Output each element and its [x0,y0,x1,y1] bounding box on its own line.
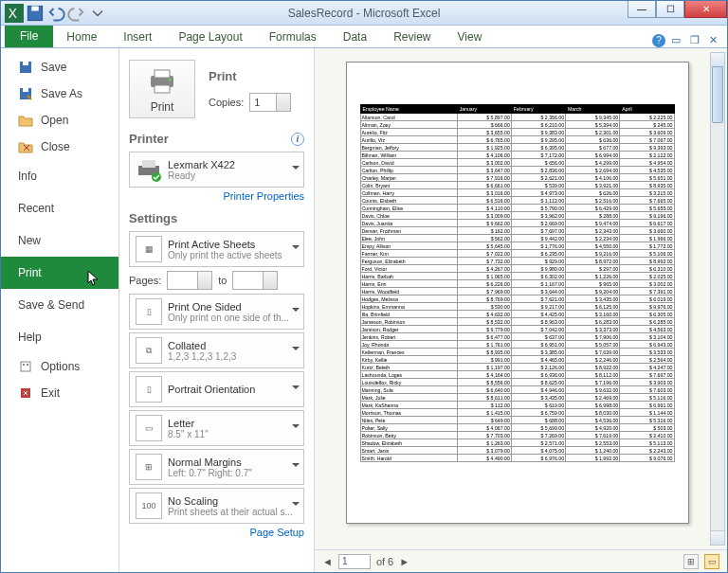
tab-home[interactable]: Home [53,27,110,47]
nav-save[interactable]: Save [1,54,118,81]
print-heading: Print [209,69,304,83]
svg-rect-14 [155,85,170,93]
nav-save-as[interactable]: Save As [1,81,118,107]
printer-icon [147,68,177,95]
svg-text:X: X [9,7,17,21]
tab-page-layout[interactable]: Page Layout [165,27,255,47]
printer-device-icon [136,156,162,183]
preview-scrollbar[interactable] [710,52,725,546]
close-button[interactable]: ✕ [684,1,727,18]
nav-save-send[interactable]: Save & Send [1,289,118,321]
print-settings-pane: Print Print Copies: 1 Printeri Lexmark X… [119,48,314,572]
scaling-selector[interactable]: 100 No ScalingPrint sheets at their actu… [129,488,304,524]
nav-print[interactable]: Print [1,257,118,289]
nav-close[interactable]: Close [1,134,118,160]
svg-rect-7 [23,88,28,92]
orientation-selector[interactable]: ▯ Portrait Orientation [129,371,304,407]
tab-formulas[interactable]: Formulas [256,27,330,47]
printer-heading: Printer [129,132,169,146]
qat-dropdown-icon[interactable] [88,4,107,23]
paper-size-selector[interactable]: ▭ Letter8.5" x 11" [129,410,304,446]
pages-to-label: to [218,275,227,286]
window-controls: — ☐ ✕ [628,1,727,18]
svg-point-15 [169,79,172,81]
zoom-to-page-button[interactable]: ▭ [704,554,719,569]
scaling-icon: 100 [136,492,162,519]
pages-from-input[interactable] [167,271,212,290]
nav-options[interactable]: Options [1,353,118,380]
print-preview-pane: Employee NameJanuaryFebruaryMarchAprilAl… [314,48,727,572]
nav-exit[interactable]: Exit [1,380,118,406]
help-icon[interactable]: ? [652,34,665,47]
nav-help[interactable]: Help [1,321,118,353]
page-setup-link[interactable]: Page Setup [129,527,304,538]
show-margins-button[interactable]: ⊞ [683,554,699,569]
backstage-nav: Save Save As Open Close Info Recent New … [1,48,119,572]
margins-selector[interactable]: ⊞ Normal MarginsLeft: 0.7" Right: 0.7" [129,449,304,485]
prev-page-button[interactable]: ◄ [322,556,333,567]
printer-properties-link[interactable]: Printer Properties [129,190,304,202]
tab-file[interactable]: File [5,25,53,47]
maximize-button[interactable]: ☐ [656,1,684,18]
page-number-input[interactable]: 1 [338,554,371,569]
print-button[interactable]: Print [129,60,195,118]
minimize-ribbon-icon[interactable]: ▭ [671,34,684,47]
pages-label: Pages: [129,275,161,286]
portrait-icon: ▯ [136,376,162,403]
undo-icon[interactable] [46,4,65,23]
nav-recent[interactable]: Recent [1,192,118,224]
pages-to-input[interactable] [232,271,278,290]
quick-access-toolbar: X [1,4,107,23]
settings-heading: Settings [129,211,304,225]
printer-info-icon[interactable]: i [291,133,304,146]
window-title: SalesRecord - Microsoft Excel [288,7,441,20]
svg-rect-10 [27,364,28,366]
sides-selector[interactable]: ▯ Print One SidedOnly print on one side … [129,294,304,330]
letter-icon: ▭ [136,415,162,441]
svg-rect-9 [23,364,25,366]
nav-open[interactable]: Open [1,107,118,134]
svg-rect-13 [155,70,170,78]
redo-icon[interactable] [67,4,86,23]
nav-info[interactable]: Info [1,160,118,192]
nav-new[interactable]: New [1,224,118,257]
svg-rect-5 [23,62,28,65]
title-bar: X SalesRecord - Microsoft Excel — ☐ ✕ [1,1,727,26]
tab-view[interactable]: View [445,27,496,47]
ribbon-tabs: File Home Insert Page Layout Formulas Da… [1,26,727,48]
printer-selector[interactable]: Lexmark X422Ready [129,152,304,188]
copies-label: Copies: [209,97,244,108]
svg-rect-17 [142,160,155,168]
collated-icon: ⧉ [136,337,162,364]
preview-page: Employee NameJanuaryFebruaryMarchAprilAl… [346,62,689,524]
svg-rect-8 [21,362,30,371]
page-of-label: of 6 [376,556,393,567]
one-sided-icon: ▯ [136,298,162,325]
minimize-button[interactable]: — [628,1,656,18]
close-workbook-icon[interactable]: ✕ [709,34,722,47]
next-page-button[interactable]: ► [399,556,410,567]
tab-data[interactable]: Data [330,27,380,47]
save-icon[interactable] [26,4,45,23]
sheets-icon: ▦ [136,236,162,262]
collation-selector[interactable]: ⧉ Collated1,2,3 1,2,3 1,2,3 [129,332,304,368]
excel-icon[interactable]: X [5,4,24,23]
copies-input[interactable]: 1 [249,93,291,112]
tab-insert[interactable]: Insert [110,27,165,47]
tab-review[interactable]: Review [380,27,444,47]
print-what-selector[interactable]: ▦ Print Active SheetsOnly print the acti… [129,231,304,267]
svg-rect-3 [31,6,39,10]
margins-icon: ⊞ [136,454,162,480]
restore-down-icon[interactable]: ❐ [690,34,703,47]
